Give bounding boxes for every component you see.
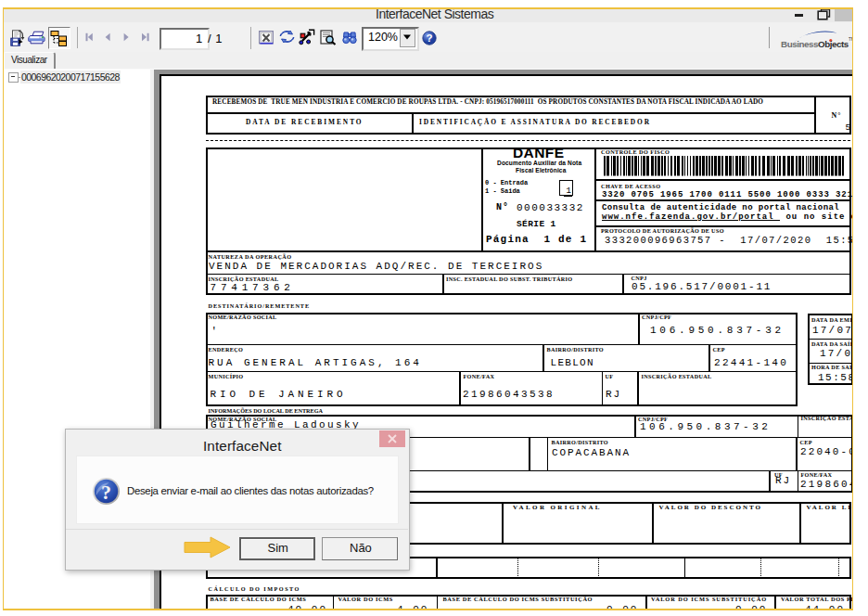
svg-text:?: ? [101, 481, 111, 504]
svg-text:BusinessObjects: BusinessObjects [781, 39, 849, 49]
svg-text:?: ? [426, 32, 432, 44]
